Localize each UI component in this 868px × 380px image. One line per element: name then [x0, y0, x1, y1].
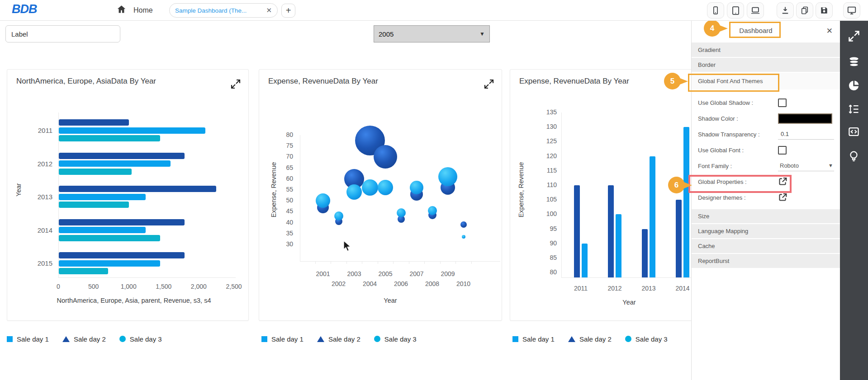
- dashboard-tab[interactable]: Sample Dashboard (The... ✕: [169, 3, 278, 18]
- insights-bulb-icon[interactable]: [848, 150, 860, 163]
- download-button[interactable]: [777, 2, 794, 19]
- dashboard-tab-title: Sample Dashboard (The...: [175, 7, 261, 14]
- x-tick-label: 2002: [327, 280, 350, 287]
- legend-item[interactable]: Sale day 3: [625, 335, 668, 343]
- x-tick-label: 2013: [637, 285, 660, 292]
- legend-item[interactable]: Sale day 1: [512, 335, 555, 343]
- year-dropdown-value: 2005: [379, 30, 394, 38]
- x-axis-tick: [424, 261, 425, 264]
- mobile-preview-button[interactable]: [707, 2, 724, 19]
- x-axis-tick: [331, 261, 331, 264]
- legend-label: Sale day 2: [74, 335, 106, 343]
- x-tick-label: 2009: [436, 270, 459, 277]
- legend-item[interactable]: Sale day 2: [317, 335, 360, 343]
- save-icon: [820, 6, 829, 15]
- y-tick-label: 100: [536, 210, 557, 217]
- x-tick-label: 2001: [312, 270, 334, 277]
- panel-title: Dashboard: [730, 23, 781, 38]
- home-icon[interactable]: [117, 5, 126, 16]
- y-tick-label: 130: [536, 123, 557, 130]
- bubble-light-2004[interactable]: [362, 179, 378, 196]
- section-global-font-and-themes[interactable]: Global Font And Themes: [692, 73, 840, 90]
- bubble-light-2008[interactable]: [428, 206, 437, 215]
- chart-card-bar-horizontal[interactable]: NorthAmerica, Europe, AsiaData By Year 2…: [7, 69, 249, 321]
- use-global-shadow-checkbox[interactable]: [778, 99, 787, 107]
- bubble-light-2009[interactable]: [438, 167, 457, 186]
- shadow-color-swatch[interactable]: [778, 113, 832, 124]
- bubble-light-2010[interactable]: [462, 235, 465, 239]
- mobile-icon: [711, 6, 720, 15]
- x-axis-line: [58, 277, 236, 278]
- section-gradient[interactable]: Gradient: [692, 43, 840, 58]
- tablet-preview-button[interactable]: [727, 2, 744, 19]
- tab-close-icon[interactable]: ✕: [266, 6, 272, 14]
- x-tick-label: 2004: [359, 280, 381, 287]
- shadow-transparency-input[interactable]: 0.1: [778, 130, 834, 140]
- bubble-light-2006[interactable]: [397, 208, 406, 217]
- copy-button[interactable]: [796, 2, 813, 19]
- section-language-mapping[interactable]: Language Mapping: [692, 224, 840, 239]
- global-properties-open-button[interactable]: [778, 177, 787, 188]
- bar-2014-2: [59, 235, 160, 241]
- charts-icon[interactable]: [848, 80, 860, 92]
- section-cache[interactable]: Cache: [692, 239, 840, 254]
- monitor-preview-button[interactable]: [843, 2, 860, 19]
- datasource-icon[interactable]: [848, 56, 860, 69]
- laptop-preview-button[interactable]: [747, 2, 764, 19]
- save-button[interactable]: [816, 2, 833, 19]
- legend-item[interactable]: Sale day 1: [7, 335, 49, 343]
- bubble-light-2005[interactable]: [378, 180, 393, 195]
- legend-triangle-icon: [62, 336, 70, 342]
- custom-script-icon[interactable]: [848, 126, 860, 138]
- label-text-input[interactable]: Label: [5, 25, 120, 42]
- bar-light-2012: [616, 214, 621, 277]
- tablet-icon: [731, 6, 740, 15]
- x-axis-tick: [362, 261, 362, 264]
- legend-item[interactable]: Sale day 1: [261, 335, 304, 343]
- x-tick-label: 1,000: [115, 283, 142, 290]
- line-height-icon[interactable]: [848, 103, 860, 116]
- external-link-icon: [778, 177, 787, 186]
- bubble-light-2001[interactable]: [316, 193, 330, 208]
- x-axis-title: NorthAmerica, Europe, Asia, parent, Reve…: [30, 297, 238, 304]
- panel-close-icon[interactable]: ✕: [826, 26, 833, 36]
- use-global-font-checkbox[interactable]: [778, 146, 787, 155]
- x-axis-tick: [455, 261, 456, 264]
- global-font-settings: Use Global Shadow : Shadow Color : Shado…: [692, 90, 840, 209]
- year-dropdown[interactable]: 2005 ▼: [374, 25, 490, 42]
- legend-item[interactable]: Sale day 3: [119, 335, 162, 343]
- bubble-light-2002[interactable]: [334, 211, 343, 220]
- expand-fullscreen-icon[interactable]: [848, 30, 860, 42]
- legend-item[interactable]: Sale day 2: [62, 335, 106, 343]
- font-family-select[interactable]: Roboto ▼: [778, 161, 834, 171]
- bar-light-2011: [582, 244, 588, 277]
- bubble-light-2007[interactable]: [410, 181, 423, 194]
- y-tick-label: 125: [536, 137, 557, 145]
- bar-2014-0: [59, 219, 185, 225]
- chart-card-bubble[interactable]: Expense, RevenueData By Year 80757065605…: [259, 69, 502, 321]
- bubble-dark-2010[interactable]: [460, 221, 467, 228]
- home-label[interactable]: Home: [133, 6, 153, 14]
- y-category-label: 2013: [25, 193, 52, 201]
- bar-2014-1: [59, 227, 146, 233]
- y-tick-label: 35: [273, 230, 293, 237]
- section-reportburst[interactable]: ReportBurst: [692, 254, 840, 269]
- bdb-logo[interactable]: BDB: [12, 2, 37, 16]
- legend-item[interactable]: Sale day 2: [568, 335, 612, 343]
- setting-use-global-font: Use Global Font :: [692, 142, 840, 158]
- legend-circle-icon: [374, 336, 380, 342]
- x-axis-tick: [409, 261, 409, 264]
- laptop-icon: [750, 5, 760, 15]
- bar-2011-1: [59, 127, 205, 134]
- section-border[interactable]: Border: [692, 58, 840, 73]
- bubble-dark-2005[interactable]: [374, 145, 397, 169]
- legend-item[interactable]: Sale day 3: [374, 335, 417, 343]
- new-tab-button[interactable]: +: [281, 4, 295, 18]
- bubble-light-2003[interactable]: [346, 184, 362, 200]
- section-size[interactable]: Size: [692, 209, 840, 224]
- bar-2015-1: [59, 260, 160, 267]
- y-tick-label: 75: [273, 142, 293, 149]
- designer-themes-open-button[interactable]: [778, 192, 787, 203]
- x-tick-label: 2003: [343, 270, 365, 277]
- x-tick-label: 2006: [390, 280, 413, 287]
